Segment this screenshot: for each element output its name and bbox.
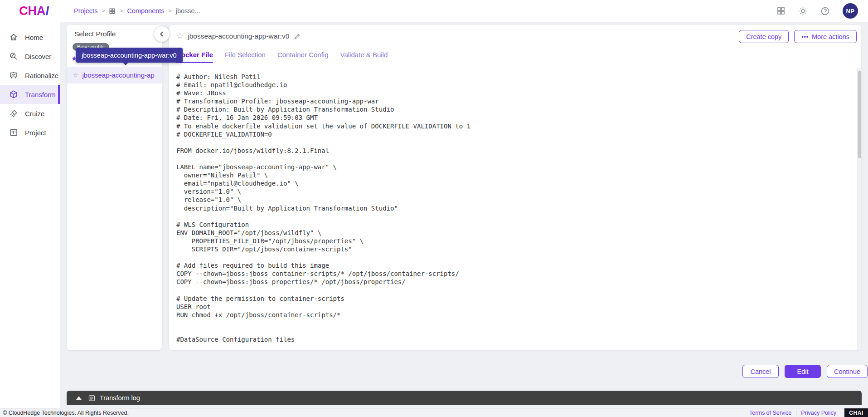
- ellipsis-icon: •••: [801, 34, 809, 40]
- footer-divider: [796, 410, 796, 416]
- header-actions: NP: [776, 3, 858, 19]
- select-profile-title: Select Profile: [67, 25, 162, 43]
- home-icon: [9, 33, 18, 42]
- component-detail-card: ☆ jbosseap-accounting-app-war:v0 Create …: [169, 25, 861, 350]
- expand-caret-up-icon[interactable]: [76, 396, 82, 400]
- sidebar: Home Discover Rationalize Transform Crui…: [0, 22, 60, 408]
- chai-footer-badge: CHAI: [844, 408, 868, 417]
- component-grid-icon[interactable]: [109, 8, 116, 15]
- chevron-left-icon: [158, 30, 165, 38]
- more-actions-button[interactable]: ••• More actions: [794, 30, 857, 43]
- sidebar-item-home[interactable]: Home: [0, 28, 60, 47]
- transform-log-drawer[interactable]: Transform log: [67, 391, 862, 405]
- privacy-policy-link[interactable]: Privacy Policy: [801, 410, 836, 416]
- cruize-icon: [9, 109, 18, 118]
- cancel-button[interactable]: Cancel: [742, 365, 779, 378]
- breadcrumb-current: jbosse...: [176, 7, 200, 15]
- collapse-panel-button[interactable]: [154, 26, 170, 42]
- favorite-star-icon[interactable]: ☆: [176, 31, 183, 41]
- log-document-icon: [88, 394, 96, 402]
- dockerfile-viewer[interactable]: # Author: Nilesh Patil # Email: npatil@c…: [176, 73, 857, 349]
- tab-validate-build[interactable]: Validate & Build: [340, 51, 388, 63]
- select-profile-panel: Select Profile Base profile ★ jbosseap-a…: [67, 25, 162, 350]
- apps-grid-icon[interactable]: [776, 6, 786, 15]
- breadcrumb-separator: >: [169, 8, 172, 14]
- breadcrumb-projects-link[interactable]: Projects: [74, 7, 97, 15]
- page-action-bar: Cancel Edit Continue: [742, 365, 868, 378]
- help-icon[interactable]: [820, 6, 830, 16]
- transform-log-label: Transform log: [100, 394, 140, 402]
- breadcrumb: Projects > > Components > jbosse...: [74, 7, 200, 15]
- dockerfile-content: # Author: Nilesh Patil # Email: npatil@c…: [176, 73, 857, 343]
- page-title: jbosseap-accounting-app-war:v0: [188, 32, 289, 40]
- edit-title-pencil-icon[interactable]: [294, 33, 301, 40]
- sidebar-item-discover[interactable]: Discover: [0, 47, 60, 66]
- copyright-text: © CloudHedge Technologies. All Rights Re…: [3, 410, 129, 416]
- transform-cube-icon: [9, 90, 18, 99]
- profile-name-tooltip: jbosseap-accounting-app-war:v0: [76, 48, 183, 63]
- app-footer: © CloudHedge Technologies. All Rights Re…: [0, 408, 868, 417]
- project-board-icon: [9, 128, 18, 137]
- edit-button[interactable]: Edit: [785, 365, 821, 378]
- sidebar-item-transform[interactable]: Transform: [0, 85, 60, 104]
- create-copy-button[interactable]: Create copy: [739, 30, 789, 43]
- profile-list-item-selected[interactable]: ☆ jbosseap-accounting-ap: [67, 67, 162, 83]
- user-avatar[interactable]: NP: [843, 3, 858, 19]
- terms-of-service-link[interactable]: Terms of Service: [749, 410, 791, 416]
- breadcrumb-separator: >: [102, 8, 105, 14]
- detail-tabs: Docker File File Selection Container Con…: [176, 51, 388, 63]
- breadcrumb-components-link[interactable]: Components: [127, 7, 164, 15]
- gear-icon[interactable]: [798, 6, 808, 16]
- code-scrollbar[interactable]: [857, 68, 861, 350]
- tab-container-config[interactable]: Container Config: [277, 51, 329, 63]
- code-scrollbar-thumb[interactable]: [858, 71, 861, 158]
- discover-icon: [9, 52, 18, 61]
- sidebar-item-project[interactable]: Project: [0, 123, 60, 142]
- star-outline-icon[interactable]: ☆: [73, 71, 78, 79]
- sidebar-item-rationalize[interactable]: Rationalize: [0, 66, 60, 85]
- chai-logo[interactable]: CHAI: [19, 4, 49, 18]
- breadcrumb-separator: >: [120, 8, 123, 14]
- app-header: CHAI Projects > > Components > jbosse...…: [0, 0, 868, 22]
- continue-button[interactable]: Continue: [827, 365, 868, 378]
- rationalize-icon: [9, 71, 18, 80]
- sidebar-item-cruize[interactable]: Cruize: [0, 104, 60, 123]
- tab-file-selection[interactable]: File Selection: [225, 51, 266, 63]
